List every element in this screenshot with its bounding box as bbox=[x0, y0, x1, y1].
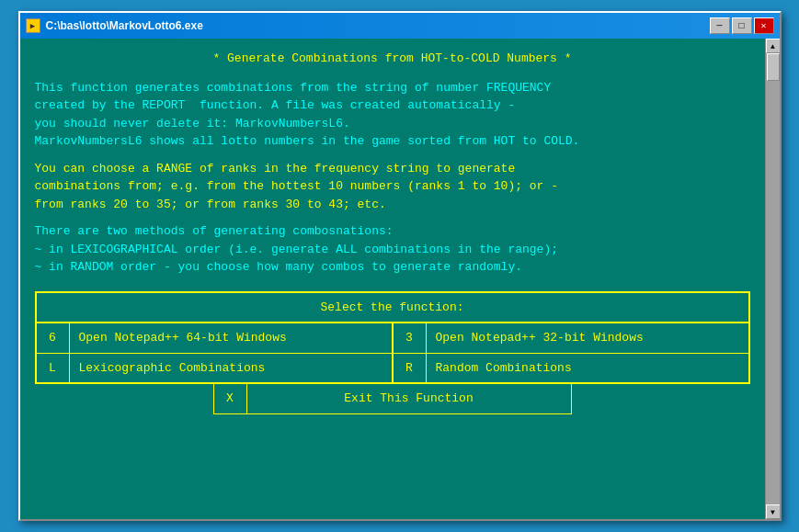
paragraph-3: There are two methods of generating comb… bbox=[35, 222, 750, 277]
label-notepad-64[interactable]: Open Notepad++ 64-bit Windows bbox=[70, 323, 392, 353]
paragraph-2: You can choose a RANGE of ranks in the f… bbox=[35, 160, 750, 214]
key-l[interactable]: L bbox=[37, 354, 70, 383]
title-bar: ▶ C:\bas\lotto\MarkovLotto6.exe ─ □ ✕ bbox=[20, 13, 780, 39]
table-header: Select the function: bbox=[37, 293, 748, 324]
scroll-track bbox=[766, 53, 780, 504]
label-exit[interactable]: Exit This Function bbox=[247, 384, 571, 413]
paragraph-1: This function generates combinations fro… bbox=[35, 79, 750, 151]
exit-row: X Exit This Function bbox=[35, 384, 750, 414]
main-window: ▶ C:\bas\lotto\MarkovLotto6.exe ─ □ ✕ * … bbox=[18, 11, 782, 521]
function-table: Select the function: 6 Open Notepad++ 64… bbox=[35, 291, 750, 385]
key-x[interactable]: X bbox=[214, 384, 247, 413]
window-content: * Generate Combinations from HOT-to-COLD… bbox=[20, 39, 780, 519]
key-3[interactable]: 3 bbox=[394, 323, 427, 353]
title-bar-left: ▶ C:\bas\lotto\MarkovLotto6.exe bbox=[26, 18, 203, 33]
minimize-button[interactable]: ─ bbox=[710, 17, 730, 34]
scroll-down-button[interactable]: ▼ bbox=[766, 504, 780, 519]
maximize-button[interactable]: □ bbox=[732, 17, 752, 34]
main-content: * Generate Combinations from HOT-to-COLD… bbox=[20, 39, 765, 519]
label-random[interactable]: Random Combinations bbox=[427, 354, 748, 383]
table-row-1: 6 Open Notepad++ 64-bit Windows 3 Open N… bbox=[37, 323, 748, 354]
title-buttons: ─ □ ✕ bbox=[710, 17, 774, 34]
page-heading: * Generate Combinations from HOT-to-COLD… bbox=[35, 50, 750, 68]
scrollbar: ▲ ▼ bbox=[765, 39, 780, 519]
app-icon: ▶ bbox=[26, 18, 40, 33]
key-6[interactable]: 6 bbox=[37, 323, 70, 353]
label-notepad-32[interactable]: Open Notepad++ 32-bit Windows bbox=[427, 323, 748, 353]
scroll-thumb[interactable] bbox=[767, 53, 780, 81]
table-row-2: L Lexicographic Combinations R Random Co… bbox=[37, 354, 748, 383]
key-r[interactable]: R bbox=[394, 354, 427, 383]
label-lexicographic[interactable]: Lexicographic Combinations bbox=[70, 354, 392, 383]
scroll-up-button[interactable]: ▲ bbox=[766, 39, 780, 53]
close-button[interactable]: ✕ bbox=[754, 17, 774, 34]
window-title: C:\bas\lotto\MarkovLotto6.exe bbox=[46, 19, 203, 32]
exit-container: X Exit This Function bbox=[213, 384, 572, 414]
